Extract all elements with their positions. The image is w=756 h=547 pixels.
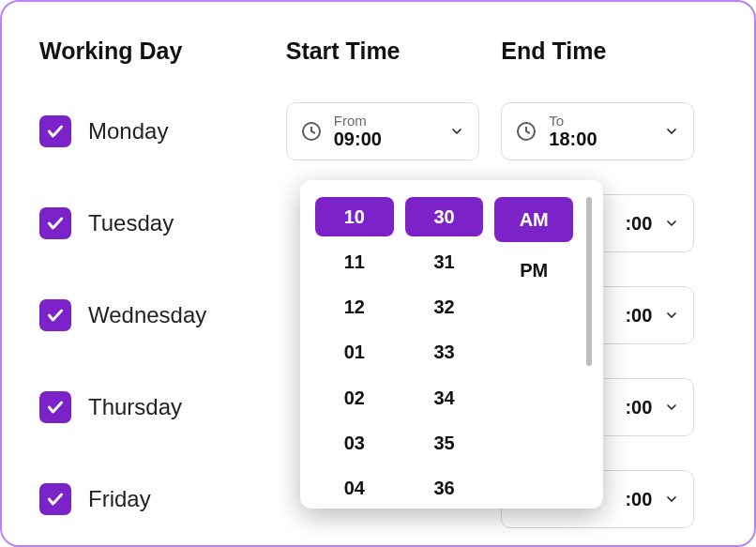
end-time-value: :00 xyxy=(625,213,652,235)
day-label: Friday xyxy=(88,486,151,512)
schedule-frame: Working Day Start Time End Time Monday F… xyxy=(0,0,756,547)
to-label: To xyxy=(549,113,652,129)
time-picker-popover: 10 11 12 01 02 03 04 30 31 32 33 34 35 3… xyxy=(300,180,603,509)
row-monday: Monday From 09:00 xyxy=(39,102,717,160)
clock-icon xyxy=(300,120,323,143)
check-icon xyxy=(46,398,65,417)
minute-option[interactable]: 36 xyxy=(405,469,484,509)
hour-option[interactable]: 12 xyxy=(315,288,394,327)
minute-option[interactable]: 35 xyxy=(405,423,484,463)
hour-option[interactable]: 02 xyxy=(315,378,394,418)
hour-column: 10 11 12 01 02 03 04 xyxy=(315,197,394,509)
check-icon xyxy=(46,214,65,233)
check-icon xyxy=(46,490,65,509)
hour-option[interactable]: 10 xyxy=(315,197,394,236)
chevron-down-icon xyxy=(663,492,680,507)
day-label: Thursday xyxy=(88,394,182,420)
checkbox-wednesday[interactable] xyxy=(39,299,71,331)
end-time-value: :00 xyxy=(625,489,652,510)
checkbox-thursday[interactable] xyxy=(39,391,71,423)
hour-option[interactable]: 11 xyxy=(315,242,394,281)
scroll-thumb[interactable] xyxy=(586,197,592,366)
end-time-value: :00 xyxy=(625,305,652,327)
minute-option[interactable]: 31 xyxy=(405,242,484,281)
header-end-time: End Time xyxy=(501,38,717,65)
hour-option[interactable]: 03 xyxy=(315,423,394,463)
chevron-down-icon xyxy=(663,216,680,231)
clock-icon xyxy=(515,120,537,143)
day-label: Tuesday xyxy=(88,210,174,236)
hour-option[interactable]: 01 xyxy=(315,333,394,372)
chevron-down-icon xyxy=(663,400,680,415)
minute-option[interactable]: 33 xyxy=(405,333,484,372)
header-start-time: Start Time xyxy=(286,38,502,65)
picker-scrollbar[interactable] xyxy=(586,197,592,509)
period-column: AM PM xyxy=(494,197,573,509)
period-option-pm[interactable]: PM xyxy=(494,248,573,293)
checkbox-friday[interactable] xyxy=(39,483,71,515)
chevron-down-icon xyxy=(448,124,465,139)
day-label: Monday xyxy=(88,118,168,144)
day-label: Wednesday xyxy=(88,302,206,328)
checkbox-tuesday[interactable] xyxy=(39,207,71,239)
from-label: From xyxy=(334,113,437,129)
header-row: Working Day Start Time End Time xyxy=(39,38,717,65)
start-time-select-monday[interactable]: From 09:00 xyxy=(286,102,479,160)
check-icon xyxy=(46,122,65,141)
minute-option[interactable]: 34 xyxy=(405,378,484,418)
checkbox-monday[interactable] xyxy=(39,115,71,147)
chevron-down-icon xyxy=(663,308,680,323)
minute-option[interactable]: 30 xyxy=(405,197,484,236)
start-time-value: 09:00 xyxy=(334,129,437,150)
minute-column: 30 31 32 33 34 35 36 xyxy=(405,197,484,509)
check-icon xyxy=(46,306,65,325)
end-time-value: :00 xyxy=(625,397,652,418)
header-working-day: Working Day xyxy=(39,38,286,65)
hour-option[interactable]: 04 xyxy=(315,469,394,509)
end-time-value: 18:00 xyxy=(549,129,652,150)
end-time-select-monday[interactable]: To 18:00 xyxy=(501,102,694,160)
minute-option[interactable]: 32 xyxy=(405,288,484,327)
period-option-am[interactable]: AM xyxy=(494,197,573,242)
chevron-down-icon xyxy=(663,124,680,139)
